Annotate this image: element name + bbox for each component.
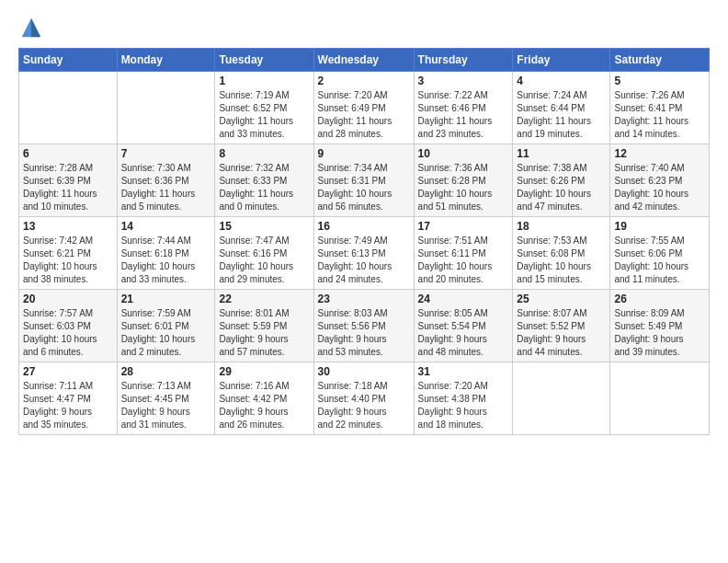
calendar-cell: 22Sunrise: 8:01 AM Sunset: 5:59 PM Dayli…	[215, 290, 313, 362]
day-number: 2	[318, 75, 410, 87]
day-info: Sunrise: 8:03 AM Sunset: 5:56 PM Dayligh…	[318, 307, 410, 359]
day-info: Sunrise: 7:32 AM Sunset: 6:33 PM Dayligh…	[219, 162, 309, 213]
calendar-cell: 18Sunrise: 7:53 AM Sunset: 6:08 PM Dayli…	[513, 217, 610, 290]
day-number: 26	[614, 293, 705, 305]
calendar-cell: 25Sunrise: 8:07 AM Sunset: 5:52 PM Dayli…	[513, 290, 610, 362]
calendar-week-0: 1Sunrise: 7:19 AM Sunset: 6:52 PM Daylig…	[19, 72, 710, 144]
day-info: Sunrise: 7:16 AM Sunset: 4:42 PM Dayligh…	[219, 380, 309, 431]
day-number: 6	[23, 147, 113, 160]
calendar-cell	[513, 362, 610, 435]
day-info: Sunrise: 8:05 AM Sunset: 5:54 PM Dayligh…	[418, 307, 509, 359]
day-header-sunday: Sunday	[19, 49, 118, 72]
calendar-cell	[19, 72, 118, 144]
day-info: Sunrise: 7:20 AM Sunset: 6:49 PM Dayligh…	[318, 89, 410, 141]
day-number: 20	[23, 293, 113, 305]
day-info: Sunrise: 7:11 AM Sunset: 4:47 PM Dayligh…	[23, 380, 113, 431]
calendar-cell: 13Sunrise: 7:42 AM Sunset: 6:21 PM Dayli…	[19, 217, 118, 290]
day-number: 22	[219, 293, 309, 305]
day-info: Sunrise: 7:34 AM Sunset: 6:31 PM Dayligh…	[318, 162, 410, 213]
day-info: Sunrise: 7:51 AM Sunset: 6:11 PM Dayligh…	[418, 235, 509, 286]
day-number: 25	[517, 293, 606, 305]
day-number: 14	[121, 220, 211, 233]
day-header-monday: Monday	[117, 49, 215, 72]
day-number: 11	[517, 147, 606, 160]
day-info: Sunrise: 7:55 AM Sunset: 6:06 PM Dayligh…	[614, 235, 705, 286]
calendar-cell: 8Sunrise: 7:32 AM Sunset: 6:33 PM Daylig…	[215, 144, 313, 217]
calendar-cell: 11Sunrise: 7:38 AM Sunset: 6:26 PM Dayli…	[513, 144, 610, 217]
calendar-table: SundayMondayTuesdayWednesdayThursdayFrid…	[18, 48, 710, 435]
calendar-cell: 23Sunrise: 8:03 AM Sunset: 5:56 PM Dayli…	[313, 290, 414, 362]
day-info: Sunrise: 8:07 AM Sunset: 5:52 PM Dayligh…	[517, 307, 606, 359]
day-number: 15	[219, 220, 309, 233]
logo-icon	[18, 15, 44, 40]
calendar-cell: 9Sunrise: 7:34 AM Sunset: 6:31 PM Daylig…	[313, 144, 414, 217]
day-number: 24	[418, 293, 509, 305]
calendar-week-4: 27Sunrise: 7:11 AM Sunset: 4:47 PM Dayli…	[19, 362, 710, 435]
day-info: Sunrise: 7:28 AM Sunset: 6:39 PM Dayligh…	[23, 162, 113, 213]
calendar-week-1: 6Sunrise: 7:28 AM Sunset: 6:39 PM Daylig…	[19, 144, 710, 217]
day-number: 21	[121, 293, 211, 305]
day-info: Sunrise: 7:57 AM Sunset: 6:03 PM Dayligh…	[23, 307, 113, 359]
day-info: Sunrise: 8:09 AM Sunset: 5:49 PM Dayligh…	[614, 307, 705, 359]
day-number: 19	[614, 220, 705, 233]
calendar-cell: 15Sunrise: 7:47 AM Sunset: 6:16 PM Dayli…	[215, 217, 313, 290]
day-info: Sunrise: 7:49 AM Sunset: 6:13 PM Dayligh…	[318, 235, 410, 286]
calendar-cell: 16Sunrise: 7:49 AM Sunset: 6:13 PM Dayli…	[313, 217, 414, 290]
calendar-cell: 17Sunrise: 7:51 AM Sunset: 6:11 PM Dayli…	[414, 217, 513, 290]
calendar-cell	[117, 72, 215, 144]
calendar-cell: 3Sunrise: 7:22 AM Sunset: 6:46 PM Daylig…	[414, 72, 513, 144]
calendar-cell: 21Sunrise: 7:59 AM Sunset: 6:01 PM Dayli…	[117, 290, 215, 362]
day-number: 1	[219, 75, 309, 87]
calendar-cell: 6Sunrise: 7:28 AM Sunset: 6:39 PM Daylig…	[19, 144, 118, 217]
calendar-cell: 12Sunrise: 7:40 AM Sunset: 6:23 PM Dayli…	[610, 144, 710, 217]
day-number: 28	[121, 365, 211, 378]
calendar-cell: 10Sunrise: 7:36 AM Sunset: 6:28 PM Dayli…	[414, 144, 513, 217]
day-number: 12	[614, 147, 705, 160]
day-info: Sunrise: 7:59 AM Sunset: 6:01 PM Dayligh…	[121, 307, 211, 359]
calendar-cell: 4Sunrise: 7:24 AM Sunset: 6:44 PM Daylig…	[513, 72, 610, 144]
day-header-thursday: Thursday	[414, 49, 513, 72]
calendar-cell: 31Sunrise: 7:20 AM Sunset: 4:38 PM Dayli…	[414, 362, 513, 435]
day-number: 18	[517, 220, 606, 233]
day-number: 10	[418, 147, 509, 160]
day-number: 13	[23, 220, 113, 233]
calendar-cell: 1Sunrise: 7:19 AM Sunset: 6:52 PM Daylig…	[215, 72, 313, 144]
day-header-saturday: Saturday	[610, 49, 710, 72]
header	[18, 15, 710, 40]
calendar-cell: 30Sunrise: 7:18 AM Sunset: 4:40 PM Dayli…	[313, 362, 414, 435]
logo	[18, 15, 48, 40]
calendar-cell: 20Sunrise: 7:57 AM Sunset: 6:03 PM Dayli…	[19, 290, 118, 362]
day-info: Sunrise: 7:18 AM Sunset: 4:40 PM Dayligh…	[318, 380, 410, 431]
svg-marker-1	[31, 18, 40, 38]
day-info: Sunrise: 7:36 AM Sunset: 6:28 PM Dayligh…	[418, 162, 509, 213]
day-info: Sunrise: 7:38 AM Sunset: 6:26 PM Dayligh…	[517, 162, 606, 213]
calendar-header-row: SundayMondayTuesdayWednesdayThursdayFrid…	[19, 49, 710, 72]
day-info: Sunrise: 7:20 AM Sunset: 4:38 PM Dayligh…	[418, 380, 509, 431]
day-header-friday: Friday	[513, 49, 610, 72]
day-info: Sunrise: 7:53 AM Sunset: 6:08 PM Dayligh…	[517, 235, 606, 286]
day-number: 31	[418, 365, 509, 378]
day-number: 29	[219, 365, 309, 378]
day-info: Sunrise: 7:30 AM Sunset: 6:36 PM Dayligh…	[121, 162, 211, 213]
day-header-wednesday: Wednesday	[313, 49, 414, 72]
day-number: 17	[418, 220, 509, 233]
day-info: Sunrise: 8:01 AM Sunset: 5:59 PM Dayligh…	[219, 307, 309, 359]
calendar-week-2: 13Sunrise: 7:42 AM Sunset: 6:21 PM Dayli…	[19, 217, 710, 290]
calendar-week-3: 20Sunrise: 7:57 AM Sunset: 6:03 PM Dayli…	[19, 290, 710, 362]
day-number: 27	[23, 365, 113, 378]
day-number: 16	[318, 220, 410, 233]
day-info: Sunrise: 7:13 AM Sunset: 4:45 PM Dayligh…	[121, 380, 211, 431]
calendar-cell: 26Sunrise: 8:09 AM Sunset: 5:49 PM Dayli…	[610, 290, 710, 362]
day-info: Sunrise: 7:40 AM Sunset: 6:23 PM Dayligh…	[614, 162, 705, 213]
day-number: 5	[614, 75, 705, 87]
day-number: 4	[517, 75, 606, 87]
day-number: 9	[318, 147, 410, 160]
day-header-tuesday: Tuesday	[215, 49, 313, 72]
day-number: 23	[318, 293, 410, 305]
calendar-cell: 29Sunrise: 7:16 AM Sunset: 4:42 PM Dayli…	[215, 362, 313, 435]
day-number: 30	[318, 365, 410, 378]
calendar-cell: 28Sunrise: 7:13 AM Sunset: 4:45 PM Dayli…	[117, 362, 215, 435]
day-number: 8	[219, 147, 309, 160]
calendar-cell: 5Sunrise: 7:26 AM Sunset: 6:41 PM Daylig…	[610, 72, 710, 144]
calendar-body: 1Sunrise: 7:19 AM Sunset: 6:52 PM Daylig…	[19, 72, 710, 435]
